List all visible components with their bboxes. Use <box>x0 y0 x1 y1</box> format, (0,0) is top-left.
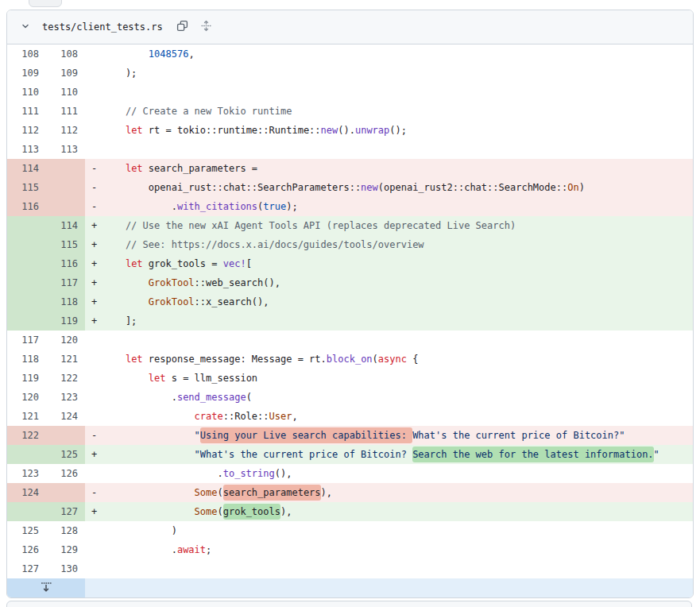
old-line-number[interactable]: 119 <box>7 369 46 388</box>
new-line-number[interactable]: 124 <box>46 407 85 426</box>
diff-sign: + <box>85 502 102 521</box>
code-cell: + Some(grok_tools), <box>85 502 693 521</box>
collapse-file-button[interactable] <box>17 18 34 36</box>
new-line-number[interactable]: 116 <box>46 254 85 273</box>
new-line-number[interactable]: 122 <box>46 369 85 388</box>
unfold-down-icon <box>40 581 52 596</box>
old-line-number[interactable]: 117 <box>7 331 46 350</box>
expand-down-button[interactable] <box>7 578 85 597</box>
code-token <box>102 258 126 269</box>
code-token: let <box>149 373 166 384</box>
new-line-number[interactable]: 110 <box>46 83 85 102</box>
old-line-number[interactable]: 125 <box>7 521 46 540</box>
new-line-number[interactable]: 130 <box>46 559 85 578</box>
code-token: ::x_search(), <box>195 296 269 307</box>
diff-sign: + <box>85 235 102 254</box>
old-line-number[interactable]: 111 <box>7 102 46 121</box>
code-line: Some(search_parameters), <box>102 483 332 502</box>
old-line-number[interactable] <box>7 502 46 521</box>
code-token <box>102 373 149 384</box>
code-cell: .await; <box>85 540 693 559</box>
old-line-number[interactable]: 108 <box>7 44 46 64</box>
code-token: (), <box>275 468 292 479</box>
code-cell: + ]; <box>85 311 693 331</box>
old-line-number[interactable]: 126 <box>7 540 46 559</box>
new-line-number[interactable]: 113 <box>46 140 85 159</box>
old-line-number[interactable]: 120 <box>7 388 46 407</box>
new-line-number[interactable]: 123 <box>46 388 85 407</box>
diff-row: 108108 1048576, <box>7 44 693 64</box>
code-token: let <box>126 258 143 269</box>
code-token: async <box>378 354 407 365</box>
new-line-number[interactable] <box>46 197 85 216</box>
diff-sign <box>85 559 102 578</box>
code-line: ]; <box>102 311 137 331</box>
new-line-number[interactable]: 112 <box>46 121 85 140</box>
new-line-number[interactable]: 127 <box>46 502 85 521</box>
old-line-number[interactable]: 118 <box>7 350 46 369</box>
code-token: // See: https://docs.x.ai/docs/guides/to… <box>102 239 424 250</box>
word-diff-highlight: Using your Live search capabilities: <box>200 427 412 443</box>
file-name-link[interactable]: tests/client_tests.rs <box>42 21 163 33</box>
expand-all-hunks-button[interactable] <box>198 18 215 36</box>
old-line-number[interactable]: 112 <box>7 121 46 140</box>
code-token: // Create a new Tokio runtime <box>102 106 292 117</box>
file-header: tests/client_tests.rs <box>7 10 693 44</box>
old-line-number[interactable] <box>7 235 46 254</box>
diff-row: 125128 ) <box>7 521 693 540</box>
code-token: . <box>102 201 177 212</box>
copy-file-path-button[interactable] <box>174 18 191 36</box>
diff-row: 127130 <box>7 559 693 578</box>
old-line-number[interactable]: 121 <box>7 407 46 426</box>
old-line-number[interactable]: 116 <box>7 197 46 216</box>
diff-row: 121124 crate::Role::User, <box>7 407 693 426</box>
new-line-number[interactable] <box>46 426 85 445</box>
new-line-number[interactable]: 128 <box>46 521 85 540</box>
new-line-number[interactable]: 117 <box>46 273 85 292</box>
old-line-number[interactable]: 127 <box>7 559 46 578</box>
code-token: ), <box>321 487 332 498</box>
code-token: ( <box>218 506 223 517</box>
code-token <box>102 163 126 174</box>
new-line-number[interactable]: 121 <box>46 350 85 369</box>
code-line: crate::Role::User, <box>102 407 298 426</box>
old-line-number[interactable] <box>7 445 46 464</box>
old-line-number[interactable] <box>7 254 46 273</box>
new-line-number[interactable] <box>46 483 85 502</box>
old-line-number[interactable]: 122 <box>7 426 46 445</box>
new-line-number[interactable]: 114 <box>46 216 85 235</box>
new-line-number[interactable]: 125 <box>46 445 85 464</box>
code-token: openai_rust::chat::SearchParameters:: <box>102 182 361 193</box>
old-line-number[interactable]: 110 <box>7 83 46 102</box>
new-line-number[interactable]: 126 <box>46 464 85 483</box>
new-line-number[interactable] <box>46 178 85 197</box>
new-line-number[interactable]: 109 <box>46 64 85 83</box>
old-line-number[interactable] <box>7 292 46 311</box>
old-line-number[interactable]: 124 <box>7 483 46 502</box>
new-line-number[interactable]: 120 <box>46 331 85 350</box>
new-line-number[interactable]: 111 <box>46 102 85 121</box>
new-line-number[interactable] <box>46 159 85 178</box>
new-line-number[interactable]: 118 <box>46 292 85 311</box>
code-cell: + "What's the current price of Bitcoin? … <box>85 445 693 464</box>
new-line-number[interactable]: 108 <box>46 44 85 64</box>
old-line-number[interactable]: 123 <box>7 464 46 483</box>
code-cell: ); <box>85 64 693 83</box>
new-line-number[interactable]: 115 <box>46 235 85 254</box>
code-token: On <box>567 182 578 193</box>
diff-sign <box>85 388 102 407</box>
old-line-number[interactable]: 114 <box>7 159 46 178</box>
new-line-number[interactable]: 119 <box>46 311 85 331</box>
old-line-number[interactable]: 115 <box>7 178 46 197</box>
diff-row: 120123 .send_message( <box>7 388 693 407</box>
diff-row: 112112 let rt = tokio::runtime::Runtime:… <box>7 121 693 140</box>
code-token: "What's the current price of Bitcoin? <box>195 449 413 460</box>
old-line-number[interactable]: 113 <box>7 140 46 159</box>
new-line-number[interactable]: 129 <box>46 540 85 559</box>
code-token <box>102 277 149 288</box>
old-line-number[interactable] <box>7 311 46 331</box>
old-line-number[interactable]: 109 <box>7 64 46 83</box>
code-token: ]; <box>102 315 137 327</box>
old-line-number[interactable] <box>7 273 46 292</box>
old-line-number[interactable] <box>7 216 46 235</box>
